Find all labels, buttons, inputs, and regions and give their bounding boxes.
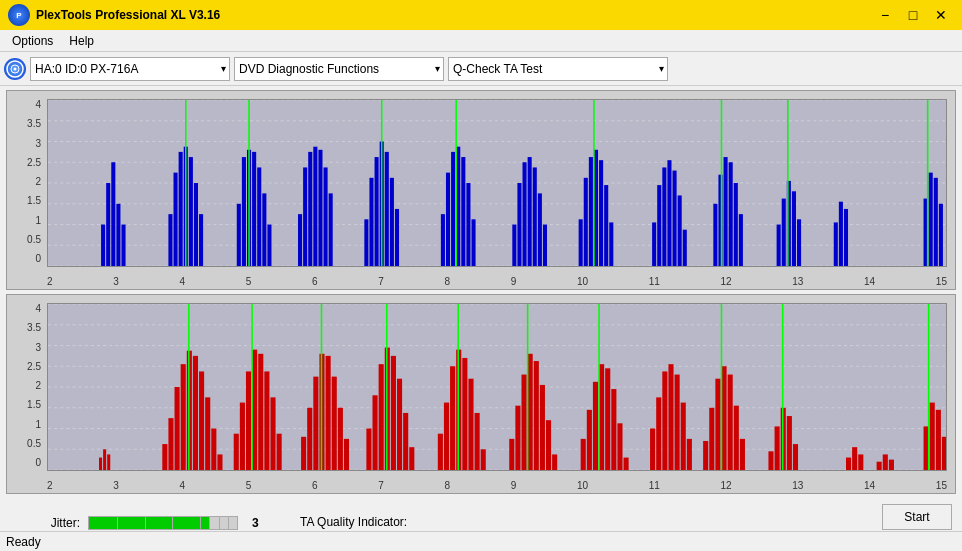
svg-rect-156 (462, 358, 467, 470)
svg-rect-167 (546, 420, 551, 470)
svg-rect-23 (199, 214, 203, 266)
svg-rect-119 (193, 356, 198, 470)
svg-rect-39 (329, 193, 333, 266)
svg-rect-14 (111, 162, 115, 266)
svg-rect-132 (277, 434, 282, 470)
menu-options[interactable]: Options (4, 32, 61, 50)
svg-rect-114 (162, 444, 167, 470)
svg-rect-127 (246, 371, 251, 470)
svg-rect-63 (579, 219, 583, 266)
svg-rect-91 (834, 222, 838, 266)
svg-rect-28 (252, 152, 256, 266)
test-select-wrapper[interactable]: Q-Check TA Test ▾ (448, 57, 668, 81)
top-chart-container: 4 3.5 3 2.5 2 1.5 1 0.5 0 (6, 90, 956, 290)
svg-rect-125 (234, 434, 239, 470)
device-select[interactable]: HA:0 ID:0 PX-716A (30, 57, 230, 81)
svg-rect-185 (687, 439, 692, 470)
svg-rect-131 (270, 397, 275, 470)
svg-rect-65 (589, 157, 593, 266)
svg-rect-53 (466, 183, 470, 266)
svg-rect-177 (624, 458, 629, 470)
svg-rect-129 (258, 354, 263, 470)
start-button[interactable]: Start (882, 504, 952, 530)
title-left: P PlexTools Professional XL V3.16 (8, 4, 220, 26)
svg-rect-19 (179, 152, 183, 266)
jitter-seg-2 (117, 517, 145, 529)
svg-rect-139 (332, 377, 337, 470)
svg-rect-17 (168, 214, 172, 266)
svg-rect-83 (739, 214, 743, 266)
svg-rect-112 (103, 449, 106, 470)
svg-rect-145 (379, 364, 384, 470)
svg-rect-37 (318, 150, 322, 266)
status-bar: Ready (0, 531, 962, 551)
svg-rect-150 (409, 447, 414, 470)
svg-rect-36 (313, 147, 317, 266)
jitter-seg-1 (89, 517, 117, 529)
svg-rect-49 (446, 173, 450, 266)
close-button[interactable]: ✕ (928, 5, 954, 25)
svg-rect-123 (217, 454, 222, 470)
svg-rect-44 (385, 152, 389, 266)
svg-rect-182 (668, 364, 673, 470)
svg-rect-38 (324, 167, 328, 266)
svg-rect-154 (450, 366, 455, 470)
svg-rect-30 (262, 193, 266, 266)
svg-rect-174 (605, 368, 610, 470)
bottom-chart-svg (48, 304, 946, 470)
menu-help[interactable]: Help (61, 32, 102, 50)
svg-rect-188 (715, 379, 720, 470)
bottom-chart-x-axis: 2 3 4 5 6 7 8 9 10 11 12 13 14 15 (47, 480, 947, 491)
svg-rect-141 (344, 439, 349, 470)
svg-rect-135 (307, 408, 312, 470)
minimize-button[interactable]: − (872, 5, 898, 25)
svg-rect-120 (199, 371, 204, 470)
svg-rect-18 (174, 173, 178, 266)
svg-rect-143 (366, 429, 371, 471)
device-select-wrapper[interactable]: HA:0 ID:0 PX-716A ▾ (30, 57, 230, 81)
svg-rect-35 (308, 152, 312, 266)
svg-rect-68 (604, 185, 608, 266)
svg-rect-82 (734, 183, 738, 266)
svg-rect-161 (509, 439, 514, 470)
top-chart-inner (47, 99, 947, 267)
svg-rect-40 (364, 219, 368, 266)
svg-rect-13 (106, 183, 110, 266)
svg-rect-184 (681, 403, 686, 470)
function-select[interactable]: DVD Diagnostic Functions (234, 57, 444, 81)
svg-rect-168 (552, 454, 557, 470)
svg-rect-92 (839, 202, 843, 266)
svg-rect-111 (99, 458, 102, 470)
svg-rect-148 (397, 379, 402, 470)
svg-rect-191 (734, 406, 739, 470)
svg-rect-25 (237, 204, 241, 266)
svg-rect-136 (313, 377, 318, 470)
svg-rect-26 (242, 157, 246, 266)
svg-rect-181 (662, 371, 667, 470)
test-select[interactable]: Q-Check TA Test (448, 57, 668, 81)
svg-rect-209 (942, 437, 946, 470)
svg-rect-175 (611, 389, 616, 470)
svg-rect-54 (471, 219, 475, 266)
svg-rect-183 (675, 375, 680, 470)
svg-rect-15 (116, 204, 120, 266)
svg-rect-149 (403, 413, 408, 470)
svg-rect-194 (768, 451, 773, 470)
svg-rect-144 (373, 395, 378, 470)
jitter-seg-4 (172, 517, 200, 529)
svg-rect-33 (298, 214, 302, 266)
svg-rect-78 (713, 204, 717, 266)
svg-rect-170 (581, 439, 586, 470)
maximize-button[interactable]: □ (900, 5, 926, 25)
svg-rect-116 (175, 387, 180, 470)
svg-rect-126 (240, 403, 245, 470)
svg-rect-192 (740, 439, 745, 470)
title-bar: P PlexTools Professional XL V3.16 − □ ✕ (0, 0, 962, 30)
svg-rect-67 (599, 160, 603, 266)
svg-rect-56 (512, 225, 516, 267)
top-chart-y-axis: 4 3.5 3 2.5 2 1.5 1 0.5 0 (7, 99, 45, 264)
function-select-wrapper[interactable]: DVD Diagnostic Functions ▾ (234, 57, 444, 81)
svg-rect-130 (264, 371, 269, 470)
svg-rect-207 (930, 403, 935, 470)
svg-rect-113 (107, 454, 110, 470)
